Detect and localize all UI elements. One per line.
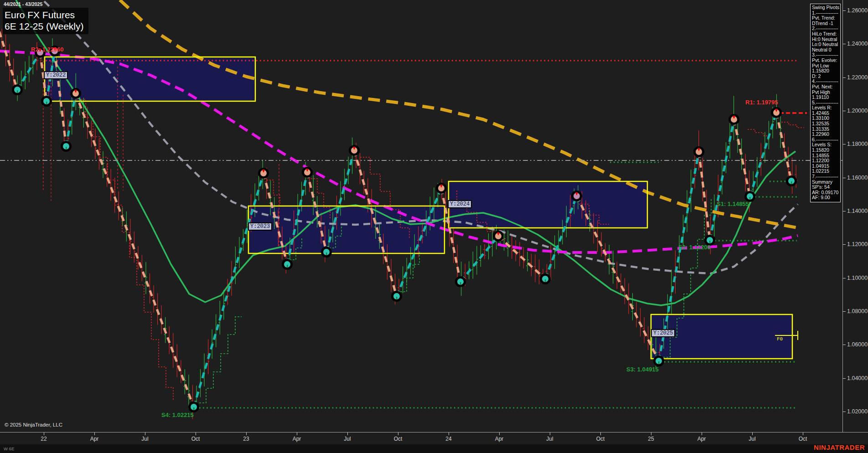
pivot-low-marker — [655, 357, 663, 365]
pivot-low-marker — [787, 177, 796, 185]
pivot-panel-line: 1.04915 — [812, 164, 840, 169]
pivot-panel-line: 1.19110 — [812, 95, 840, 100]
time-tick-label: Oct — [590, 436, 610, 442]
pivot-low-marker — [456, 278, 465, 286]
pivot-panel-line: 1.33100 — [812, 116, 840, 121]
pivot-level-label-r1: R1: 1.19795 — [745, 99, 778, 106]
price-tick-mark — [842, 111, 846, 111]
time-tick-label: Apr — [287, 436, 307, 442]
time-tick-mark — [297, 432, 297, 435]
price-tick-label: 1.24000 — [847, 41, 868, 47]
pivot-panel-line: 1.12200 — [812, 158, 840, 164]
pivot-panel-line: Pvt Low — [812, 63, 840, 69]
time-tick-label: Jul — [742, 436, 762, 442]
price-tick-label: 1.26000 — [847, 7, 868, 14]
price-tick-mark — [842, 378, 846, 379]
pivot-panel-line: AF: 9.00 — [812, 195, 840, 201]
pivot-panel-line: 1.-------------- — [812, 10, 840, 16]
time-tick-mark — [702, 432, 702, 435]
time-tick-label: Oct — [793, 436, 813, 442]
price-tick-label: 1.18000 — [847, 141, 868, 147]
pivot-panel-line: 1.22960 — [812, 132, 840, 137]
pivot-panel-line: Pvt High — [812, 90, 840, 95]
pivot-panel-line: Levels R: — [812, 105, 840, 111]
time-axis-border — [0, 432, 868, 432]
pivot-low-marker — [62, 142, 71, 151]
pivot-panel-line: 1.15820 — [812, 68, 840, 74]
chart-window: 44/2021 - 43/2025 Euro FX Futures 6E 12-… — [0, 0, 868, 453]
time-tick-label: 25 — [641, 436, 661, 442]
pivot-low-marker — [541, 275, 550, 283]
pivot-panel-line: Swing Pivots — [812, 5, 840, 10]
price-tick-mark — [842, 77, 846, 78]
pivot-low-marker — [706, 236, 714, 245]
time-tick-label: Jul — [337, 436, 357, 442]
price-axis-border — [842, 0, 843, 432]
pivot-panel-line: Lo:0 Neutral — [812, 42, 840, 47]
time-tick-mark — [600, 432, 601, 435]
price-tick-mark — [842, 44, 846, 44]
pivot-panel-line: Summary — [812, 180, 840, 185]
chart-area[interactable]: 44/2021 - 43/2025 Euro FX Futures 6E 12-… — [0, 0, 842, 432]
pivot-low-marker — [322, 248, 331, 257]
year-boxes-fill — [45, 57, 792, 359]
time-tick-mark — [752, 432, 753, 435]
time-tick-label: Oct — [186, 436, 206, 442]
instrument-title-line1: Euro FX Futures — [5, 9, 84, 21]
price-tick-label: 1.14000 — [847, 208, 868, 214]
chart-canvas[interactable] — [0, 0, 842, 432]
time-tick-mark — [94, 432, 95, 435]
pivot-low-marker — [283, 260, 292, 269]
time-tick-label: Apr — [84, 436, 104, 442]
pivot-panel-line: 1.14855 — [812, 153, 840, 159]
time-tick-mark — [803, 432, 803, 435]
pivot-panel-line: Levels S: — [812, 142, 840, 148]
pivot-panel-line: AR: 0.09170 — [812, 190, 840, 196]
time-axis[interactable]: 22AprJulOct23AprJulOct24AprJulOct25AprJu… — [0, 432, 868, 444]
instrument-title: Euro FX Futures 6E 12-25 (Weekly) — [3, 8, 88, 34]
time-tick-mark — [449, 432, 449, 435]
price-tick-mark — [842, 211, 846, 211]
time-tick-mark — [246, 432, 247, 435]
price-tick-mark — [842, 244, 846, 245]
price-tick-label: 1.16000 — [847, 175, 868, 181]
interval-label: W 6E — [4, 446, 14, 451]
price-tick-mark — [842, 311, 846, 312]
price-tick-label: 1.12000 — [847, 241, 868, 247]
time-tick-mark — [499, 432, 500, 435]
pivot-panel-line: 2.-------------- — [812, 26, 840, 31]
pivot-panel-line: SP's: 54 — [812, 185, 840, 190]
time-tick-mark — [196, 432, 196, 435]
pivot-panel-line: D: 2 — [812, 74, 840, 79]
pivot-level-label-s3: S3: 1.04915 — [626, 366, 659, 373]
pivot-low-marker — [13, 86, 22, 94]
pivot-panel-line: 4.-------------- — [812, 79, 840, 84]
ninjatrader-logo: NINJATRADER — [814, 443, 865, 451]
year-box-label-2025: Y:2025 — [651, 329, 675, 337]
time-tick-label: 24 — [439, 436, 459, 442]
time-tick-label: 23 — [236, 436, 256, 442]
pivot-low-marker — [42, 97, 51, 106]
price-tick-mark — [842, 178, 846, 178]
price-tick-label: 1.22000 — [847, 74, 868, 81]
instrument-title-line2: 6E 12-25 (Weekly) — [5, 21, 84, 32]
time-tick-label: Jul — [135, 436, 155, 442]
price-tick-mark — [842, 144, 846, 144]
price-tick-label: 1.10000 — [847, 275, 868, 281]
price-axis[interactable]: 1.260001.240001.220001.200001.180001.160… — [842, 0, 868, 432]
pivot-panel-line: 6.-------------- — [812, 137, 840, 143]
visible-range-label: 44/2021 - 43/2025 — [4, 1, 42, 7]
pivot-panel-line: 3.-------------- — [812, 52, 840, 58]
bottom-strip — [0, 444, 868, 453]
pivot-panel-line: 1.31335 — [812, 127, 840, 132]
pivot-panel-line: 1.15820 — [812, 148, 840, 153]
time-tick-label: Apr — [692, 436, 712, 442]
pivot-panel-line: 1.42465 — [812, 111, 840, 116]
time-tick-mark — [651, 432, 651, 435]
copyright-text: © 2025 NinjaTrader, LLC — [5, 422, 62, 427]
time-tick-mark — [550, 432, 550, 435]
price-tick-mark — [842, 10, 846, 11]
pivot-panel-line: 7.-------------- — [812, 174, 840, 180]
pivot-panel-line: Pvt. Evolve: — [812, 58, 840, 63]
pivot-level-label-s1: S1: 1.14855 — [717, 201, 749, 207]
